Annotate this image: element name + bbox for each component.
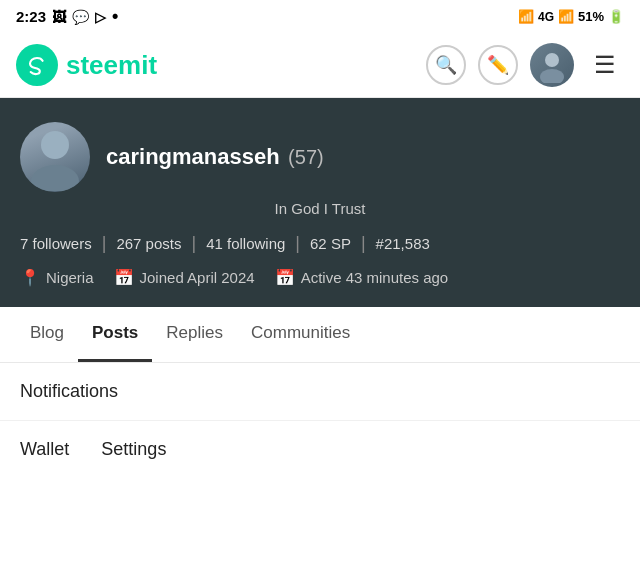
signal-icon: 📶 bbox=[518, 9, 534, 24]
battery-icon: 🔋 bbox=[608, 9, 624, 24]
svg-point-3 bbox=[41, 131, 69, 159]
profile-avatar-image bbox=[20, 122, 90, 192]
search-icon: 🔍 bbox=[435, 54, 457, 76]
whatsapp-icon: 💬 bbox=[72, 9, 89, 25]
status-right: 📶 4G 📶 51% 🔋 bbox=[518, 9, 624, 24]
calendar-icon: 📅 bbox=[114, 268, 134, 287]
location-text: Nigeria bbox=[46, 269, 94, 286]
brand-name: steemit bbox=[66, 50, 157, 81]
profile-stats: 7 followers | 267 posts | 41 following |… bbox=[20, 233, 620, 254]
profile-reputation: (57) bbox=[288, 146, 324, 168]
edit-icon: ✏️ bbox=[487, 54, 509, 76]
profile-joined: 📅 Joined April 2024 bbox=[114, 268, 255, 287]
bottom-menu: Wallet Settings bbox=[0, 421, 640, 478]
dot-indicator: • bbox=[112, 6, 118, 27]
time-display: 2:23 bbox=[16, 8, 46, 25]
stat-divider-3: | bbox=[295, 233, 300, 254]
tab-replies[interactable]: Replies bbox=[152, 307, 237, 362]
stat-posts: 267 posts bbox=[116, 235, 181, 252]
status-bar: 2:23 🖼 💬 ▷ • 📶 4G 📶 51% 🔋 bbox=[0, 0, 640, 33]
battery-level: 51% bbox=[578, 9, 604, 24]
profile-name-area: caringmanasseh (57) bbox=[106, 144, 324, 170]
hamburger-menu-button[interactable]: ☰ bbox=[586, 47, 624, 83]
stat-following: 41 following bbox=[206, 235, 285, 252]
profile-avatar bbox=[20, 122, 90, 192]
signal-icon-2: 📶 bbox=[558, 9, 574, 24]
wallet-menu-item[interactable]: Wallet bbox=[20, 439, 69, 460]
network-type: 4G bbox=[538, 10, 554, 24]
tabs-section: Blog Posts Replies Communities bbox=[0, 307, 640, 363]
profile-location: 📍 Nigeria bbox=[20, 268, 94, 287]
user-avatar-button[interactable] bbox=[530, 43, 574, 87]
svg-point-2 bbox=[540, 69, 564, 83]
stat-divider-2: | bbox=[191, 233, 196, 254]
active-text: Active 43 minutes ago bbox=[301, 269, 449, 286]
profile-username-display: caringmanasseh (57) bbox=[106, 144, 324, 170]
brand-area: steemit bbox=[16, 44, 157, 86]
photo-icon: 🖼 bbox=[52, 9, 66, 25]
tab-posts[interactable]: Posts bbox=[78, 307, 152, 362]
profile-meta: 📍 Nigeria 📅 Joined April 2024 📅 Active 4… bbox=[20, 268, 620, 287]
svg-point-1 bbox=[545, 53, 559, 67]
steemit-logo-icon bbox=[16, 44, 58, 86]
profile-active: 📅 Active 43 minutes ago bbox=[275, 268, 449, 287]
avatar-image bbox=[530, 43, 574, 87]
stat-divider-4: | bbox=[361, 233, 366, 254]
navbar: steemit 🔍 ✏️ ☰ bbox=[0, 33, 640, 98]
notifications-label: Notifications bbox=[20, 381, 118, 402]
location-icon: 📍 bbox=[20, 268, 40, 287]
tab-communities[interactable]: Communities bbox=[237, 307, 364, 362]
svg-point-4 bbox=[31, 165, 79, 191]
profile-username: caringmanasseh bbox=[106, 144, 280, 169]
profile-header: caringmanasseh (57) bbox=[20, 122, 620, 192]
notifications-menu-item[interactable]: Notifications bbox=[0, 363, 640, 421]
menu-section: Notifications Wallet Settings bbox=[0, 363, 640, 478]
profile-tagline: In God I Trust bbox=[20, 200, 620, 217]
active-icon: 📅 bbox=[275, 268, 295, 287]
play-icon: ▷ bbox=[95, 9, 106, 25]
profile-section: caringmanasseh (57) In God I Trust 7 fol… bbox=[0, 98, 640, 307]
navbar-actions: 🔍 ✏️ ☰ bbox=[426, 43, 624, 87]
settings-menu-item[interactable]: Settings bbox=[101, 439, 166, 460]
stat-divider-1: | bbox=[102, 233, 107, 254]
stat-rank: #21,583 bbox=[376, 235, 430, 252]
search-button[interactable]: 🔍 bbox=[426, 45, 466, 85]
status-left: 2:23 🖼 💬 ▷ • bbox=[16, 6, 118, 27]
joined-text: Joined April 2024 bbox=[140, 269, 255, 286]
stat-sp: 62 SP bbox=[310, 235, 351, 252]
edit-button[interactable]: ✏️ bbox=[478, 45, 518, 85]
tab-blog[interactable]: Blog bbox=[16, 307, 78, 362]
stat-followers: 7 followers bbox=[20, 235, 92, 252]
